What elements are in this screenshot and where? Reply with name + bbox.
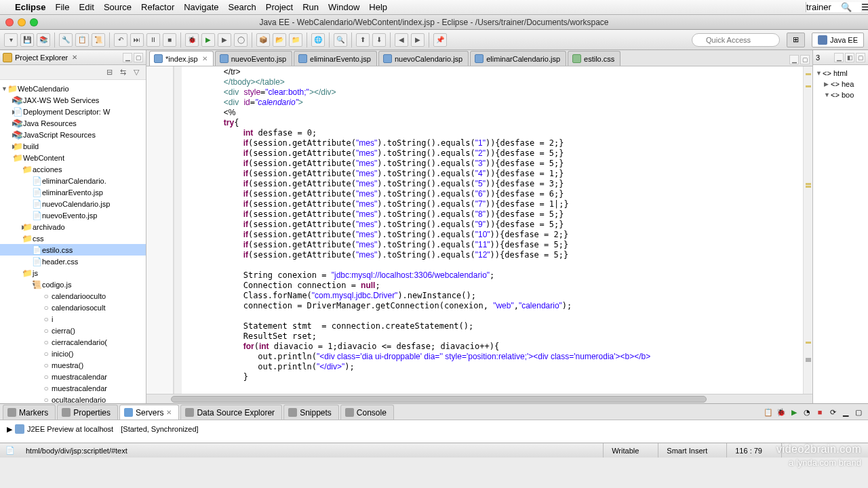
tree-item[interactable]: ○ocultacalendario <box>0 394 146 403</box>
close-tab-button[interactable]: ✕ <box>202 55 208 62</box>
tree-item[interactable]: ○calendariosocult <box>0 302 146 313</box>
new-package-button[interactable]: 📦 <box>256 33 270 47</box>
tree-item[interactable]: 📄estilo.css <box>0 244 146 256</box>
zoom-window-button[interactable] <box>30 18 38 26</box>
tree-item[interactable]: ▶📚JAX-WS Web Services <box>0 94 146 106</box>
minimize-view-button[interactable]: ▁ <box>834 53 844 62</box>
new-button[interactable]: ▾ <box>4 33 18 47</box>
tree-item[interactable]: ○muestracalendar <box>0 382 146 394</box>
spotlight-icon[interactable]: 🔍 <box>841 2 852 12</box>
link-editor-button[interactable]: ⇆ <box>117 67 128 78</box>
servers-sync-button[interactable]: ⟳ <box>827 407 838 418</box>
close-tab-button[interactable]: ✕ <box>166 409 172 416</box>
maximize-view-button[interactable]: ▢ <box>856 53 865 62</box>
back-button[interactable]: ◀ <box>395 33 408 47</box>
annotation-button[interactable]: ⬆ <box>356 33 370 47</box>
open-perspective-button[interactable]: ⊞ <box>787 33 805 47</box>
tree-item[interactable]: ○inicio() <box>0 348 146 359</box>
open-task-button[interactable]: 📁 <box>289 33 302 47</box>
project-root[interactable]: ▼📁WebCalendario <box>0 83 146 94</box>
tree-item[interactable]: 📄eliminarCalendario. <box>0 175 146 186</box>
menu-help[interactable]: Help <box>369 2 387 12</box>
stop-button[interactable]: ■ <box>163 33 176 47</box>
server-item[interactable]: ▶ J2EE Preview at localhost [Started, Sy… <box>7 424 861 434</box>
tree-item[interactable]: ▼📜codigo.js <box>0 279 146 290</box>
tree-item[interactable]: ○cierra() <box>0 325 146 336</box>
tool-button[interactable]: 🔧 <box>59 33 73 47</box>
minimize-view-button[interactable]: ▁ <box>840 407 851 418</box>
bottom-tab-console[interactable]: Console <box>340 405 394 420</box>
close-window-button[interactable] <box>5 18 14 26</box>
run-button[interactable]: ▶ <box>201 33 215 47</box>
close-view-button[interactable]: ✕ <box>72 54 77 61</box>
view-menu-button[interactable]: ▽ <box>131 67 142 78</box>
open-type-button[interactable]: 📂 <box>273 33 286 47</box>
tree-item[interactable]: 📄nuevoEvento.jsp <box>0 209 146 221</box>
forward-button[interactable]: ▶ <box>411 33 425 47</box>
tool-button[interactable]: 📋 <box>75 33 89 47</box>
annotation-button[interactable]: ⬇ <box>372 33 386 47</box>
menu-window[interactable]: Window <box>328 2 359 12</box>
bottom-tab-properties[interactable]: Properties <box>57 405 118 420</box>
tree-item[interactable]: ▶📚Java Resources <box>0 117 146 129</box>
debug-button[interactable]: 🐞 <box>185 33 199 47</box>
web-browser-button[interactable]: 🌐 <box>311 33 325 47</box>
collapse-all-button[interactable]: ⊟ <box>104 67 115 78</box>
tree-item[interactable]: ○muestracalendar <box>0 371 146 382</box>
servers-list[interactable]: ▶ J2EE Preview at localhost [Started, Sy… <box>0 420 868 443</box>
outline-item[interactable]: ▼<>boo <box>816 89 865 100</box>
tool-button[interactable]: 📜 <box>92 33 105 47</box>
project-tree[interactable]: ▼📁WebCalendario▶📚JAX-WS Web Services▶📄De… <box>0 80 146 403</box>
bottom-tab-servers[interactable]: Servers✕ <box>119 405 179 420</box>
editor-tab[interactable]: nuevoEvento.jsp <box>215 51 292 66</box>
tree-item[interactable]: ○cierracalendario( <box>0 336 146 348</box>
menu-search[interactable]: Search <box>229 2 256 12</box>
skip-button[interactable]: ⏭ <box>130 33 144 47</box>
tree-item[interactable]: ▼📁js <box>0 267 146 279</box>
ext-tools-button[interactable]: ◯ <box>234 33 248 47</box>
editor-tab[interactable]: estilo.css <box>568 51 620 66</box>
tree-item[interactable]: ▶📁build <box>0 140 146 152</box>
menu-run[interactable]: Run <box>302 2 319 12</box>
undo-button[interactable]: ↶ <box>114 33 127 47</box>
tree-item[interactable]: ○muestra() <box>0 359 146 371</box>
tree-item[interactable]: 📄header.css <box>0 256 146 267</box>
tree-item[interactable]: ▶📚JavaScript Resources <box>0 129 146 140</box>
editor-tab[interactable]: eliminarEvento.jsp <box>294 51 377 66</box>
editor-tab[interactable]: *index.jsp✕ <box>149 51 214 66</box>
menu-project[interactable]: Project <box>266 2 293 12</box>
outline-item[interactable]: ▶<>hea <box>816 79 865 89</box>
menu-edit[interactable]: Edit <box>79 2 94 12</box>
editor-tab[interactable]: eliminarCalendario.jsp <box>470 51 566 66</box>
editor-overview-ruler[interactable] <box>803 66 812 394</box>
tree-item[interactable]: ▼📁css <box>0 232 146 244</box>
save-button[interactable]: 💾 <box>20 33 34 47</box>
editor-tab[interactable]: nuevoCalendario.jsp <box>378 51 469 66</box>
minimize-editor-button[interactable]: ▁ <box>789 55 799 64</box>
bottom-tab-data-source-explorer[interactable]: Data Source Explorer <box>180 405 282 420</box>
menu-navigate[interactable]: Navigate <box>184 2 218 12</box>
menu-icon[interactable]: ☰ <box>861 2 868 12</box>
outline-item[interactable]: ▼<>html <box>816 68 865 79</box>
tree-item[interactable]: ▼📁acciones <box>0 163 146 175</box>
tree-item[interactable]: ▶📄Deployment Descriptor: W <box>0 106 146 117</box>
save-all-button[interactable]: 📚 <box>37 33 50 47</box>
editor-folding-ruler[interactable] <box>174 66 182 394</box>
bottom-tab-markers[interactable]: Markers <box>3 405 56 420</box>
run-server-button[interactable]: ▶ <box>218 33 231 47</box>
maximize-editor-button[interactable]: ▢ <box>800 55 810 64</box>
maximize-view-button[interactable]: ▢ <box>853 407 864 418</box>
search-button[interactable]: 🔍 <box>334 33 347 47</box>
minimize-window-button[interactable] <box>18 18 26 26</box>
servers-publish-button[interactable]: 📋 <box>763 407 774 418</box>
tree-item[interactable]: ○i <box>0 313 146 325</box>
tree-item[interactable]: 📄nuevoCalendario.jsp <box>0 198 146 209</box>
app-name[interactable]: Eclipse <box>15 2 46 12</box>
menu-refactor[interactable]: Refactor <box>141 2 174 12</box>
servers-debug-button[interactable]: 🐞 <box>776 407 787 418</box>
servers-profile-button[interactable]: ◔ <box>802 407 812 418</box>
maximize-view-button[interactable]: ▢ <box>134 53 143 62</box>
pause-button[interactable]: ⏸ <box>146 33 160 47</box>
outline-icon[interactable]: ◧ <box>845 53 854 62</box>
tree-item[interactable]: 📄eliminarEvento.jsp <box>0 186 146 198</box>
